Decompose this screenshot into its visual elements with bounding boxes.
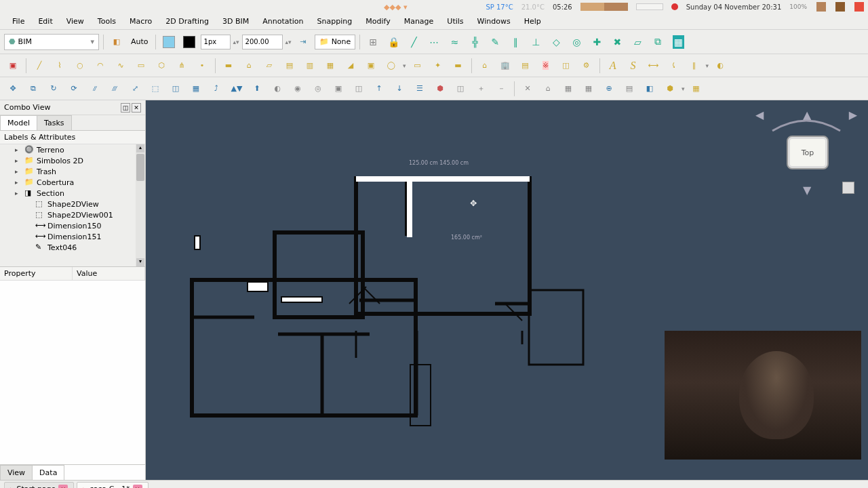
navcube-menu-icon[interactable] [842,182,854,194]
text-annot-icon[interactable]: A [604,57,622,75]
snap-angle-icon[interactable]: ≈ [446,33,463,51]
schedule-icon[interactable]: ⌂ [539,80,557,98]
menu-file[interactable]: File [5,14,31,28]
wall-tool-icon[interactable]: ▬ [220,57,237,75]
draft2sketch-icon[interactable]: ◫ [167,80,184,98]
snap-toggle-icon[interactable]: ⧉ [649,33,667,51]
axis-tool-icon[interactable]: ✦ [429,57,447,75]
circle-tool-icon[interactable]: ○ [71,57,89,75]
panel-float-icon[interactable]: ◫ [121,103,130,113]
point-tool-icon[interactable]: • [193,57,211,75]
record-icon[interactable] [671,3,678,10]
trim-tool-icon[interactable]: ⫻ [106,80,123,98]
stairs-tool-icon[interactable]: ▦ [321,57,339,75]
window-maximize-icon[interactable] [835,2,845,12]
survey-icon[interactable]: ▦ [580,80,597,98]
scroll-thumb[interactable] [136,154,144,181]
polygon-tool-icon[interactable]: ⬡ [153,57,170,75]
down-arrow-icon[interactable]: ↓ [391,80,408,98]
beam-tool-icon[interactable]: ▥ [301,57,319,75]
navcube-face[interactable]: Top [787,136,829,169]
menu-help[interactable]: Help [517,14,548,28]
menu-utils[interactable]: Utils [440,14,470,28]
move-tool-icon[interactable]: ✥ [4,80,22,98]
spline-tool-icon[interactable]: ∿ [112,57,130,75]
prop-tab-view[interactable]: View [0,465,33,480]
expand-arrow-icon[interactable]: ▸ [15,168,22,175]
navcube-left-icon[interactable]: ◀ [755,108,764,121]
line-color-button[interactable] [160,33,178,51]
prop-tab-data[interactable]: Data [32,465,64,480]
menu-manage[interactable]: Manage [397,14,441,28]
tree-item[interactable]: ▸🔘Terreno [0,144,145,155]
spreadsheet-icon[interactable]: ▦ [688,80,705,98]
snap-dimensions-icon[interactable]: ✖ [608,33,626,51]
snap-endpoint-icon[interactable]: ⋯ [425,33,443,51]
tree-item[interactable]: ⟷Dimension150 [0,220,145,231]
remove-tool-icon[interactable]: － [492,80,510,98]
panel-close-icon[interactable]: ✕ [132,103,141,113]
tree-item[interactable]: ▸📁Cobertura [0,177,145,188]
space-tool-icon[interactable]: ※ [537,57,555,75]
site-tool-icon[interactable]: ⌂ [476,57,494,75]
array-tool-icon[interactable]: ▦ [187,80,205,98]
copy-tool-icon[interactable]: ⧉ [24,80,42,98]
simple-copy-icon[interactable]: ◫ [350,80,368,98]
color-tool-icon[interactable]: ⬢ [661,80,679,98]
snap-working-icon[interactable]: ▦ [669,33,687,51]
snap-lock-icon[interactable]: 🔒 [384,33,402,51]
compound-icon[interactable]: ▣ [330,80,347,98]
tree-scrollbar[interactable]: ▴ ▾ [136,144,145,266]
frame-tool-icon[interactable]: ▭ [409,57,427,75]
scroll-down-icon[interactable]: ▾ [136,258,144,266]
workbench-selector[interactable]: ⬣ BIM ▾ [4,34,99,50]
duplicate-icon[interactable]: ⟳ [65,80,83,98]
window-close-icon[interactable] [854,2,864,12]
rotate-tool-icon[interactable]: ↻ [45,80,62,98]
bezier-tool-icon[interactable]: ⋔ [173,57,191,75]
project-tool-icon[interactable]: ⚙ [578,57,595,75]
line-width-input[interactable] [201,35,231,49]
ifc-icon[interactable]: ⬢ [431,80,449,98]
doctab-start-page[interactable]: ▸ Start page ✕ [4,482,74,489]
scale-tool-icon[interactable]: ⤢ [126,80,144,98]
expand-arrow-icon[interactable]: ▸ [15,157,22,164]
box-tool-icon[interactable]: ▬ [450,57,467,75]
arc-tool-icon[interactable]: ◠ [92,57,109,75]
tree-item[interactable]: ⟷Dimension151 [0,231,145,242]
section-plane-icon[interactable]: ◐ [711,57,729,75]
roof-tool-icon[interactable]: ◢ [342,57,359,75]
snap-ortho-icon[interactable]: ✚ [588,33,606,51]
wp-proxy-icon[interactable]: ◫ [452,80,469,98]
snap-perpendicular-icon[interactable]: ⊥ [527,33,545,51]
menu-snapping[interactable]: Snapping [311,14,359,28]
extrude-tool-icon[interactable]: ⬆ [248,80,266,98]
construction-mode-button[interactable]: ◧ [108,33,125,51]
rectangle-tool-icon[interactable]: ▭ [132,57,150,75]
add-tool-icon[interactable]: ＋ [472,80,490,98]
material-icon[interactable]: ✕ [519,80,536,98]
cut-plane-icon[interactable]: ◐ [269,80,286,98]
grid-spacing-input[interactable] [242,35,283,49]
line-tool-icon[interactable]: ╱ [31,57,48,75]
tree-item[interactable]: ✎Text046 [0,242,145,253]
structure-tool-icon[interactable]: ⌂ [240,57,258,75]
column-tool-icon[interactable]: ▤ [281,57,298,75]
stretch-tool-icon[interactable]: ⬚ [146,80,164,98]
dimension-tool-icon[interactable]: ⟷ [645,57,663,75]
autogroup-selector[interactable]: 📁 None [315,35,356,49]
navcube-down-icon[interactable]: ▼ [803,184,811,197]
scroll-up-icon[interactable]: ▴ [136,144,144,152]
mirror-tool-icon[interactable]: ▲▼ [228,80,245,98]
expand-arrow-icon[interactable]: ▸ [15,146,22,153]
component-tool-icon[interactable]: ◫ [557,57,575,75]
menu-2d-drafting[interactable]: 2D Drafting [159,14,216,28]
tab-model[interactable]: Model [0,115,37,130]
menu-view[interactable]: View [60,14,91,28]
building-tool-icon[interactable]: 🏢 [496,57,514,75]
report-icon[interactable]: ▤ [620,80,638,98]
menu-windows[interactable]: Windows [471,14,517,28]
menu-macro[interactable]: Macro [123,14,159,28]
face-color-button[interactable] [180,33,198,51]
bimserver-icon[interactable]: ⊕ [600,80,618,98]
